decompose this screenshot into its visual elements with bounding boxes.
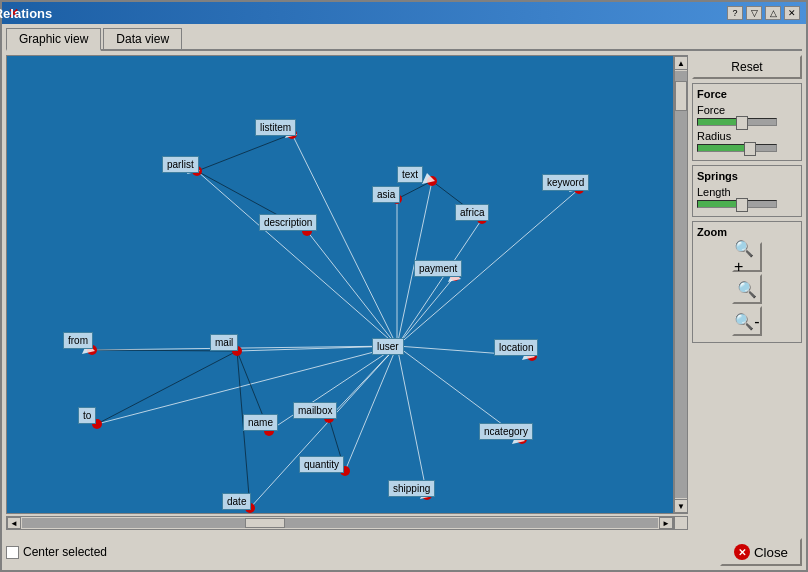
scroll-track-v[interactable] bbox=[675, 71, 687, 498]
scroll-right-button[interactable]: ► bbox=[659, 517, 673, 529]
svg-line-21 bbox=[97, 351, 237, 424]
zoom-section-title: Zoom bbox=[697, 226, 797, 238]
length-label: Length bbox=[697, 186, 797, 198]
node-date[interactable]: date bbox=[222, 493, 251, 510]
radius-label: Radius bbox=[697, 130, 797, 142]
length-slider-track[interactable] bbox=[697, 200, 777, 208]
node-from[interactable]: from bbox=[63, 332, 93, 349]
close-button-label: Close bbox=[754, 545, 788, 560]
title-bar-buttons: ? ▽ △ ✕ bbox=[727, 6, 800, 20]
force-label: Force bbox=[697, 104, 797, 116]
center-selected-checkbox[interactable] bbox=[6, 546, 19, 559]
force-section-title: Force bbox=[697, 88, 797, 100]
graph-canvas[interactable]: listitem parlist text keyword asia afric… bbox=[7, 56, 673, 513]
svg-line-8 bbox=[92, 346, 397, 350]
zoom-reset-icon: 🔍 bbox=[737, 280, 757, 299]
zoom-in-icon: 🔍+ bbox=[734, 239, 760, 276]
zoom-reset-button[interactable]: 🔍 bbox=[732, 274, 762, 304]
right-panel: Reset Force Force Radius bbox=[692, 55, 802, 530]
node-text[interactable]: text bbox=[397, 166, 423, 183]
tab-data[interactable]: Data view bbox=[103, 28, 182, 49]
radius-slider-thumb[interactable] bbox=[744, 142, 756, 156]
svg-line-5 bbox=[397, 219, 482, 346]
graph-with-scrollbar: listitem parlist text keyword asia afric… bbox=[6, 55, 688, 514]
graph-panel: listitem parlist text keyword asia afric… bbox=[6, 55, 688, 530]
force-slider-thumb[interactable] bbox=[736, 116, 748, 130]
zoom-section: Zoom 🔍+ 🔍 🔍- bbox=[692, 221, 802, 343]
force-slider-track[interactable] bbox=[697, 118, 777, 126]
scroll-down-button[interactable]: ▼ bbox=[674, 499, 688, 513]
node-mailbox[interactable]: mailbox bbox=[293, 402, 337, 419]
bottom-bar: Center selected ✕ Close bbox=[2, 534, 806, 570]
node-description[interactable]: description bbox=[259, 214, 317, 231]
zoom-out-icon: 🔍- bbox=[734, 312, 759, 331]
title-bar: ✕ Relations ? ▽ △ ✕ bbox=[2, 2, 806, 24]
node-shipping[interactable]: shipping bbox=[388, 480, 435, 497]
graph-svg bbox=[7, 56, 673, 513]
svg-line-18 bbox=[197, 134, 292, 171]
radius-slider-container bbox=[697, 144, 797, 152]
svg-line-1 bbox=[197, 171, 397, 346]
svg-line-16 bbox=[397, 346, 427, 495]
content-area: Graphic view Data view bbox=[2, 24, 806, 534]
node-luser[interactable]: luser bbox=[372, 338, 404, 355]
scrollbar-horizontal-container: ◄ ► bbox=[6, 516, 688, 530]
scrollbar-horizontal[interactable]: ◄ ► bbox=[6, 516, 674, 530]
center-selected-container: Center selected bbox=[6, 545, 107, 559]
close-button[interactable]: ✕ Close bbox=[720, 538, 802, 566]
node-location[interactable]: location bbox=[494, 339, 538, 356]
radius-slider-track[interactable] bbox=[697, 144, 777, 152]
node-parlist[interactable]: parlist bbox=[162, 156, 199, 173]
length-slider-container bbox=[697, 200, 797, 208]
springs-section-title: Springs bbox=[697, 170, 797, 182]
tab-bar: Graphic view Data view bbox=[6, 28, 802, 51]
main-window: ✕ Relations ? ▽ △ ✕ Graphic view Data vi… bbox=[0, 0, 808, 572]
center-selected-label: Center selected bbox=[23, 545, 107, 559]
force-slider-container bbox=[697, 118, 797, 126]
node-asia[interactable]: asia bbox=[372, 186, 400, 203]
springs-section: Springs Length bbox=[692, 165, 802, 217]
scroll-left-button[interactable]: ◄ bbox=[7, 517, 21, 529]
maximize-button[interactable]: △ bbox=[765, 6, 781, 20]
scroll-track-h[interactable] bbox=[22, 518, 658, 528]
node-listitem[interactable]: listitem bbox=[255, 119, 296, 136]
minimize-button[interactable]: ▽ bbox=[746, 6, 762, 20]
svg-line-0 bbox=[292, 134, 397, 346]
node-ncategory[interactable]: ncategory bbox=[479, 423, 533, 440]
scrollbar-vertical[interactable]: ▲ ▼ bbox=[674, 55, 688, 514]
length-slider-thumb[interactable] bbox=[736, 198, 748, 212]
scroll-thumb-h[interactable] bbox=[245, 518, 285, 528]
tab-graphic[interactable]: Graphic view bbox=[6, 28, 101, 51]
force-slider-fill bbox=[698, 119, 741, 125]
node-africa[interactable]: africa bbox=[455, 204, 489, 221]
node-to[interactable]: to bbox=[78, 407, 96, 424]
title-bar-title: Relations bbox=[0, 6, 375, 21]
length-slider-fill bbox=[698, 201, 741, 207]
zoom-out-button[interactable]: 🔍- bbox=[732, 306, 762, 336]
node-mail[interactable]: mail bbox=[210, 334, 238, 351]
graph-container[interactable]: listitem parlist text keyword asia afric… bbox=[6, 55, 674, 514]
zoom-in-button[interactable]: 🔍+ bbox=[732, 242, 762, 272]
node-quantity[interactable]: quantity bbox=[299, 456, 344, 473]
close-button-title[interactable]: ✕ bbox=[784, 6, 800, 20]
svg-line-7 bbox=[397, 276, 455, 346]
node-payment[interactable]: payment bbox=[414, 260, 462, 277]
help-button[interactable]: ? bbox=[727, 6, 743, 20]
force-section: Force Force Radius bbox=[692, 83, 802, 161]
scroll-up-button[interactable]: ▲ bbox=[674, 56, 688, 70]
svg-line-6 bbox=[307, 231, 397, 346]
svg-line-15 bbox=[345, 346, 397, 471]
main-area: listitem parlist text keyword asia afric… bbox=[6, 55, 802, 530]
svg-line-11 bbox=[97, 346, 397, 424]
radius-slider-fill bbox=[698, 145, 749, 151]
node-keyword[interactable]: keyword bbox=[542, 174, 589, 191]
scroll-thumb-v[interactable] bbox=[675, 81, 687, 111]
scroll-corner bbox=[674, 516, 688, 530]
close-button-icon: ✕ bbox=[734, 544, 750, 560]
svg-line-25 bbox=[397, 181, 432, 199]
node-name[interactable]: name bbox=[243, 414, 278, 431]
reset-button[interactable]: Reset bbox=[692, 55, 802, 79]
